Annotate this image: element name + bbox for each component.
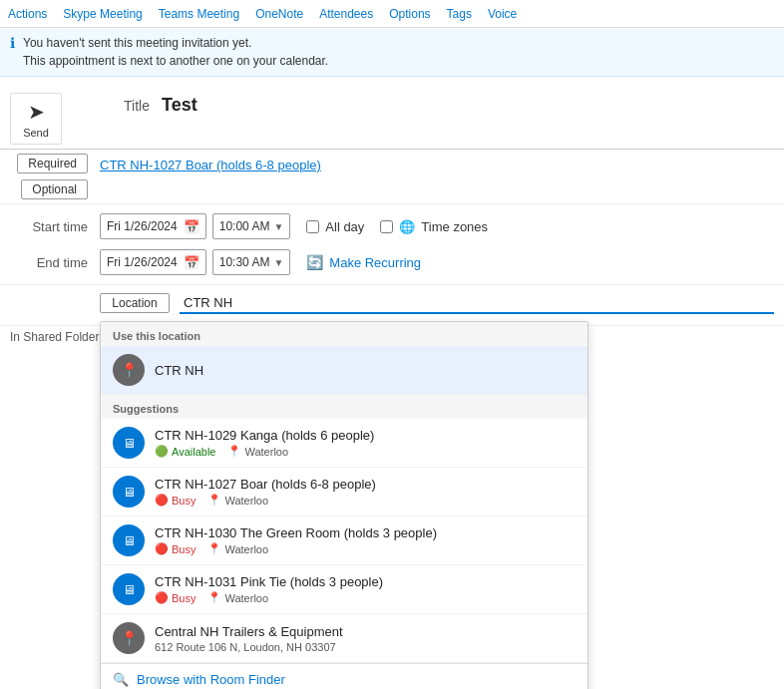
attendee-buttons: Required Optional — [10, 154, 100, 199]
location-input[interactable] — [180, 293, 774, 314]
start-calendar-icon: 📅 — [184, 219, 199, 234]
central-nh-name: Central NH Trailers & Equipment — [155, 624, 576, 639]
allday-label: All day — [325, 219, 364, 234]
required-button[interactable]: Required — [17, 154, 88, 173]
allday-area: All day — [306, 219, 364, 234]
kanga-name: CTR NH-1029 Kanga (holds 6 people) — [155, 428, 576, 443]
greenroom-room-icon: 🖥 — [113, 524, 145, 556]
greenroom-meta: 🔴 Busy 📍 Waterloo — [155, 542, 576, 555]
info-bar: ℹ You haven't sent this meeting invitati… — [0, 28, 784, 77]
pinktie-status: 🔴 Busy — [155, 591, 196, 604]
greenroom-details: CTR NH-1030 The Green Room (holds 3 peop… — [155, 525, 576, 555]
room-icon-3: 🖥 — [123, 533, 136, 548]
location-section: Location Use this location 📍 CTR NH Sugg… — [0, 285, 784, 321]
pinktie-name: CTR NH-1031 Pink Tie (holds 3 people) — [155, 574, 576, 589]
location-row: Location — [0, 285, 784, 321]
end-time-arrow-icon: ▼ — [273, 257, 283, 268]
suggestion-central-nh[interactable]: 📍 Central NH Trailers & Equipment 612 Ro… — [101, 614, 588, 663]
suggestion-pink-tie[interactable]: 🖥 CTR NH-1031 Pink Tie (holds 3 people) … — [101, 565, 588, 614]
start-time-picker[interactable]: 10:00 AM ▼ — [212, 213, 291, 239]
boar-status: 🔴 Busy — [155, 494, 196, 507]
use-this-section-header: Use this location — [101, 322, 588, 346]
greenroom-location: 📍 Waterloo — [207, 542, 268, 555]
make-recurring-button[interactable]: 🔄 Make Recurring — [306, 254, 421, 270]
timezone-label: Time zones — [421, 219, 488, 234]
nav-actions[interactable]: Actions — [8, 7, 47, 21]
greenroom-status: 🔴 Busy — [155, 542, 196, 555]
nav-onenote[interactable]: OneNote — [255, 7, 303, 21]
pinktie-location: 📍 Waterloo — [207, 591, 268, 604]
end-date-value: Fri 1/26/2024 — [107, 255, 178, 269]
nav-options[interactable]: Options — [389, 7, 430, 21]
suggestion-green-room[interactable]: 🖥 CTR NH-1030 The Green Room (holds 3 pe… — [101, 517, 588, 565]
pinktie-details: CTR NH-1031 Pink Tie (holds 3 people) 🔴 … — [155, 574, 576, 604]
nav-skype[interactable]: Skype Meeting — [63, 7, 142, 21]
start-date-picker[interactable]: Fri 1/26/2024 📅 — [100, 213, 206, 239]
use-this-location-icon: 📍 — [113, 354, 145, 386]
busy-dot-icon-2: 🔴 — [155, 542, 169, 555]
allday-checkbox[interactable] — [306, 220, 319, 233]
nav-attendees[interactable]: Attendees — [319, 7, 373, 21]
optional-button[interactable]: Optional — [21, 179, 88, 199]
pinktie-room-icon: 🖥 — [113, 573, 145, 605]
info-line2: This appointment is next to another one … — [23, 52, 328, 70]
nav-teams[interactable]: Teams Meeting — [159, 7, 239, 21]
end-time-picker[interactable]: 10:30 AM ▼ — [212, 249, 291, 275]
timezone-globe-icon: 🌐 — [399, 219, 415, 234]
form-area: ➤ Send Title Required Optional CTR NH-10… — [0, 77, 784, 348]
busy-dot-icon: 🔴 — [155, 494, 169, 507]
available-dot-icon: 🟢 — [155, 445, 169, 458]
attendee-link[interactable]: CTR NH-1027 Boar (holds 6-8 people) — [100, 158, 321, 172]
place-pin-icon: 📍 — [121, 630, 138, 646]
location-dropdown: Use this location 📍 CTR NH Suggestions 🖥… — [100, 321, 588, 689]
end-time-label: End time — [10, 255, 100, 270]
timezone-checkbox[interactable] — [380, 220, 393, 233]
recurring-label: Make Recurring — [329, 255, 421, 270]
room-icon-4: 🖥 — [123, 582, 136, 597]
use-this-item-details: CTR NH — [155, 363, 576, 378]
greenroom-pin-icon: 📍 — [207, 542, 221, 555]
use-this-location-item[interactable]: 📍 CTR NH — [101, 346, 588, 395]
browse-label: Browse with Room Finder — [137, 672, 285, 687]
boar-name: CTR NH-1027 Boar (holds 6-8 people) — [155, 477, 576, 492]
central-nh-address: 612 Route 106 N, Loudon, NH 03307 — [155, 641, 576, 653]
pinktie-pin-icon: 📍 — [207, 591, 221, 604]
kanga-details: CTR NH-1029 Kanga (holds 6 people) 🟢 Ava… — [155, 428, 576, 458]
send-arrow-icon: ➤ — [28, 100, 45, 124]
end-time-value: 10:30 AM — [219, 255, 270, 269]
end-calendar-icon: 📅 — [184, 255, 199, 270]
info-icon: ℹ — [10, 35, 15, 51]
nav-voice[interactable]: Voice — [488, 7, 517, 21]
browse-room-finder[interactable]: 🔍 Browse with Room Finder — [101, 663, 588, 689]
attendee-input-area: CTR NH-1027 Boar (holds 6-8 people) — [100, 154, 774, 176]
boar-pin-icon: 📍 — [207, 494, 221, 507]
suggestions-header: Suggestions — [101, 395, 588, 419]
kanga-status: 🟢 Available — [155, 445, 215, 458]
kanga-pin-icon: 📍 — [227, 445, 241, 458]
kanga-location: 📍 Waterloo — [227, 445, 288, 458]
time-section: Start time Fri 1/26/2024 📅 10:00 AM ▼ Al… — [0, 204, 784, 285]
location-button[interactable]: Location — [100, 293, 170, 313]
title-input[interactable] — [162, 93, 774, 118]
attendee-row: Required Optional CTR NH-1027 Boar (hold… — [0, 150, 784, 204]
top-nav: Actions Skype Meeting Teams Meeting OneN… — [0, 0, 784, 28]
busy-dot-icon-3: 🔴 — [155, 591, 169, 604]
nav-tags[interactable]: Tags — [447, 7, 472, 21]
info-line1: You haven't sent this meeting invitation… — [23, 34, 328, 52]
timezone-area: 🌐 Time zones — [380, 219, 488, 234]
start-time-label: Start time — [10, 219, 100, 234]
use-this-item-name: CTR NH — [155, 363, 576, 378]
room-finder-icon: 🔍 — [113, 672, 129, 687]
boar-meta: 🔴 Busy 📍 Waterloo — [155, 494, 576, 507]
boar-details: CTR NH-1027 Boar (holds 6-8 people) 🔴 Bu… — [155, 477, 576, 507]
end-date-picker[interactable]: Fri 1/26/2024 📅 — [100, 249, 206, 275]
send-label: Send — [23, 127, 49, 139]
calendar-bar-label: In Shared Folder — [10, 330, 99, 344]
greenroom-name: CTR NH-1030 The Green Room (holds 3 peop… — [155, 525, 576, 540]
pin-icon: 📍 — [121, 362, 138, 378]
send-button[interactable]: ➤ Send — [10, 93, 62, 145]
kanga-meta: 🟢 Available 📍 Waterloo — [155, 445, 576, 458]
kanga-room-icon: 🖥 — [113, 427, 145, 459]
suggestion-boar[interactable]: 🖥 CTR NH-1027 Boar (holds 6-8 people) 🔴 … — [101, 468, 588, 517]
suggestion-kanga[interactable]: 🖥 CTR NH-1029 Kanga (holds 6 people) 🟢 A… — [101, 419, 588, 468]
